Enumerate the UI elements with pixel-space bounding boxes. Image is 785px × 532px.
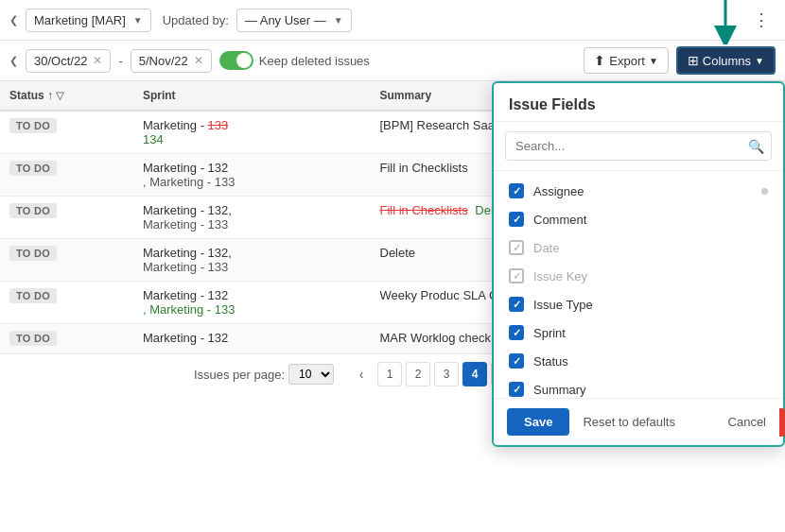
panel-footer: Save Reset to defaults Cancel xyxy=(494,398,783,445)
comment-checkbox[interactable] xyxy=(509,212,524,227)
status-cell: TO DO xyxy=(0,197,133,239)
field-item-assignee[interactable]: Assignee xyxy=(494,177,783,205)
page-2-button[interactable]: 2 xyxy=(406,362,430,386)
sprint-line1: Marketing - 132 xyxy=(143,288,228,302)
updated-by-label: Updated by: xyxy=(163,13,229,27)
per-page-select[interactable]: 10 25 50 xyxy=(288,364,334,385)
sprint-line1: Marketing - 132, xyxy=(143,203,232,217)
sprint-line1: Marketing - 132 xyxy=(143,331,228,345)
status-cell: TO DO xyxy=(0,239,133,282)
export-caret-icon: ▼ xyxy=(649,56,658,66)
summary-text: Delete xyxy=(380,246,416,260)
issue-key-checkbox[interactable] xyxy=(509,268,524,283)
status-badge: TO DO xyxy=(9,288,57,303)
sprint-cell: Marketing - 132, Marketing - 133 xyxy=(133,197,371,239)
back-chevron-icon[interactable]: ❮ xyxy=(9,14,18,26)
summary-text: Fill in Checklists xyxy=(380,161,468,175)
keep-deleted-toggle[interactable] xyxy=(219,51,253,70)
date-from-value: 30/Oct/22 xyxy=(34,54,87,68)
project-select[interactable]: Marketing [MAR] ▼ xyxy=(26,9,151,32)
status-checkbox[interactable] xyxy=(509,353,524,369)
sprint-cell: Marketing - 132 , Marketing - 133 xyxy=(133,154,371,197)
columns-caret-icon: ▼ xyxy=(755,56,764,66)
sprint-cell: Marketing - 132, Marketing - 133 xyxy=(133,239,371,282)
toolbar-row2: ❮ 30/Oct/22 ✕ - 5/Nov/22 ✕ Keep deleted … xyxy=(0,41,785,81)
sprint-line1: Marketing - 132 xyxy=(143,161,228,175)
status-cell: TO DO xyxy=(0,111,133,154)
issue-type-label: Issue Type xyxy=(533,298,593,312)
issue-key-label: Issue Key xyxy=(533,269,587,283)
sprint-line2-green: , Marketing - 133 xyxy=(143,302,236,317)
sprint-line1: Marketing - 132, xyxy=(143,246,232,260)
page-1-button[interactable]: 1 xyxy=(377,362,402,386)
status-cell: TO DO xyxy=(0,324,133,353)
back-chevron2-icon[interactable]: ❮ xyxy=(9,55,18,67)
sprint-line2: Marketing - 133 xyxy=(143,260,228,274)
field-item-issue-type[interactable]: Issue Type xyxy=(494,290,783,318)
more-options-button[interactable]: ⋮ xyxy=(747,8,776,32)
sprint-checkbox[interactable] xyxy=(509,325,524,340)
status-cell: TO DO xyxy=(0,282,133,324)
status-badge: TO DO xyxy=(9,203,57,218)
keep-deleted-label: Keep deleted issues xyxy=(259,54,370,68)
status-badge: TO DO xyxy=(9,246,57,261)
columns-button[interactable]: ⊞ Columns ▼ xyxy=(676,46,776,75)
summary-strikethrough-text: Fill in Checklists xyxy=(380,203,468,217)
columns-icon: ⊞ xyxy=(688,53,699,68)
issue-fields-panel: Issue Fields 🔍 Assignee Comment Date xyxy=(492,81,785,447)
sprint-green-text: 134 xyxy=(143,132,164,146)
issues-table-container: Status ↑ ▽ Sprint Summary TO DO Marketin… xyxy=(0,81,785,353)
field-item-status[interactable]: Status xyxy=(494,347,783,375)
user-caret-icon: ▼ xyxy=(334,15,343,26)
date-label: Date xyxy=(533,241,559,255)
field-item-comment[interactable]: Comment xyxy=(494,205,783,233)
project-caret-icon: ▼ xyxy=(133,15,143,26)
date-checkbox[interactable] xyxy=(509,240,524,255)
panel-search-area: 🔍 xyxy=(494,122,783,171)
project-label: Marketing [MAR] xyxy=(34,13,126,27)
field-search-input[interactable] xyxy=(505,131,772,161)
reset-defaults-button[interactable]: Reset to defaults xyxy=(579,408,679,436)
panel-title: Issue Fields xyxy=(494,83,783,122)
summary-label: Summary xyxy=(533,383,586,397)
prev-page-button[interactable]: ‹ xyxy=(349,362,374,386)
assignee-dot xyxy=(761,188,768,195)
export-button[interactable]: ⬆ Export ▼ xyxy=(584,47,668,74)
date-from-clear-icon[interactable]: ✕ xyxy=(93,54,102,67)
user-select[interactable]: — Any User — ▼ xyxy=(236,9,352,32)
page-3-button[interactable]: 3 xyxy=(434,362,459,386)
date-from-picker[interactable]: 30/Oct/22 ✕ xyxy=(26,49,111,73)
comment-label: Comment xyxy=(533,213,586,227)
cancel-button[interactable]: Cancel xyxy=(724,408,770,436)
field-item-date[interactable]: Date xyxy=(494,233,783,262)
status-badge: TO DO xyxy=(9,331,57,346)
assignee-label: Assignee xyxy=(533,184,584,198)
field-item-sprint[interactable]: Sprint xyxy=(494,318,783,347)
assignee-checkbox[interactable] xyxy=(509,183,524,198)
fields-list: Assignee Comment Date Issue Key Issue T xyxy=(494,171,783,398)
issue-type-checkbox[interactable] xyxy=(509,297,524,312)
date-to-clear-icon[interactable]: ✕ xyxy=(194,54,203,67)
export-icon: ⬆ xyxy=(594,53,605,68)
sprint-main-text: Marketing - xyxy=(143,118,208,132)
toggle-knob xyxy=(236,53,252,68)
sprint-cell: Marketing - 132 xyxy=(133,324,371,353)
status-badge: TO DO xyxy=(9,161,57,176)
sprint-line2: Marketing - 133 xyxy=(143,217,228,232)
filter-icon[interactable]: ▽ xyxy=(56,90,63,101)
summary-checkbox[interactable] xyxy=(509,382,524,397)
date-to-value: 5/Nov/22 xyxy=(139,54,188,68)
summary-text: MAR Worklog check xyxy=(380,331,492,345)
field-item-issue-key[interactable]: Issue Key xyxy=(494,262,783,290)
page-4-button[interactable]: 4 xyxy=(462,362,487,386)
sprint-cell: Marketing - 133 134 xyxy=(133,111,371,154)
sprint-red-text: 133 xyxy=(208,118,229,132)
red-indicator xyxy=(779,408,785,437)
date-to-picker[interactable]: 5/Nov/22 ✕ xyxy=(131,49,212,73)
save-button[interactable]: Save xyxy=(507,408,569,436)
status-cell: TO DO xyxy=(0,154,133,197)
col-header-status[interactable]: Status ↑ ▽ xyxy=(0,81,133,111)
per-page-label: Issues per page: xyxy=(194,368,285,382)
field-item-summary[interactable]: Summary xyxy=(494,375,783,398)
sort-icon: ↑ xyxy=(47,89,53,102)
